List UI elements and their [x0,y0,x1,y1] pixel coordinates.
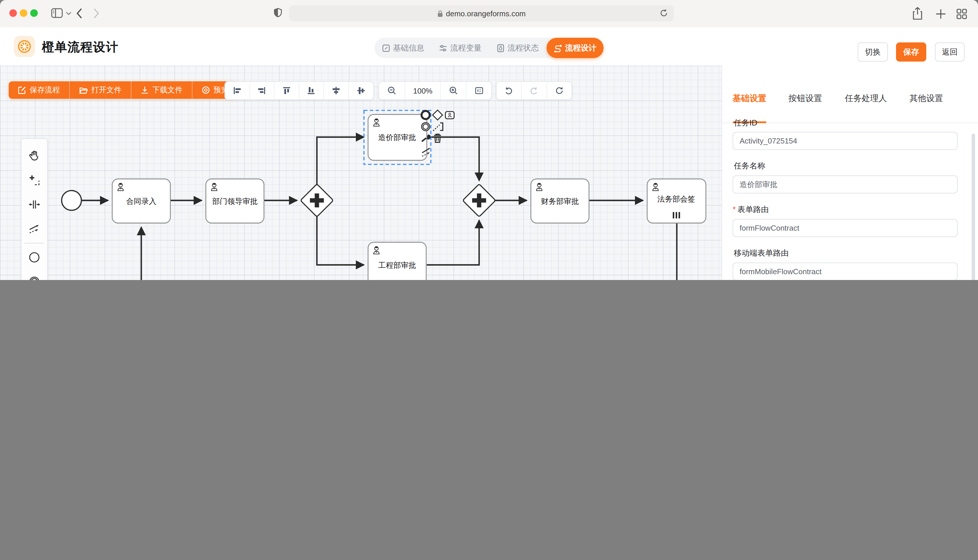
bpmn-diagram: 合同录入 部门领导审批 造价部审批 工程部审批 财务部审批 法务部会签 [0,66,722,280]
panel-tab-other-settings[interactable]: 其他设置 [909,93,943,104]
chevron-down-icon[interactable] [66,12,72,16]
panel-tab-basic-settings[interactable]: 基础设置 [732,93,766,104]
back-icon[interactable] [75,8,83,19]
parallel-gateway-join[interactable] [463,184,495,217]
form-route-label: *表单路由 [732,205,769,215]
zoom-window-button[interactable] [30,9,38,17]
tab-overview-icon[interactable] [956,8,968,20]
header-tab-group: 基础信息 流程变量 流程状态 流程设计 [374,38,604,58]
task-node-engineering-approve[interactable]: 工程部审批 [368,242,426,280]
bpmn-canvas[interactable]: 保存流程 打开文件 下载文件 预览 [0,66,722,280]
switch-button[interactable]: 切换 [858,42,888,62]
orange-logo-icon [17,39,32,54]
pad-text-annotation[interactable] [433,123,443,131]
pad-delete[interactable] [434,134,441,142]
share-icon[interactable] [912,7,923,21]
tab-basic-info[interactable]: 基础信息 [374,38,432,58]
close-window-button[interactable] [9,9,17,17]
parallel-gateway-split[interactable] [300,184,333,217]
tab-flow-status[interactable]: 流程状态 [489,38,546,58]
svg-text:法务部会签: 法务部会签 [657,195,695,203]
pad-user-task[interactable] [445,112,454,119]
lock-icon [437,10,443,17]
address-bar[interactable]: demo.orangeforms.com [289,5,674,22]
svg-text:财务部审批: 财务部审批 [541,197,579,206]
task-node-legal-countersign[interactable]: 法务部会签 [647,179,706,223]
task-name-label: 任务名称 [734,161,765,172]
panel-tab-task-handler[interactable]: 任务处理人 [845,93,887,104]
screen: demo.orangeforms.com 橙单流程设计 基础信息 流程变量 流程… [0,0,978,280]
minimize-window-button[interactable] [20,9,27,17]
properties-panel: 基础设置 按钮设置 任务处理人 其他设置 任务ID 任务名称 *表单路由 移动端… [722,66,978,280]
privacy-shield-icon[interactable] [273,8,283,19]
save-button[interactable]: 保存 [896,42,926,62]
mobile-form-route-label: 移动端表单路由 [734,248,789,258]
reload-icon[interactable] [659,8,669,18]
pad-intermediate-event[interactable] [421,123,430,131]
back-button[interactable]: 返回 [935,42,965,62]
required-asterisk: * [732,205,736,214]
sliders-icon [439,44,447,52]
pad-gateway[interactable] [433,110,443,120]
flow-icon [553,44,562,52]
page-title: 橙单流程设计 [42,39,119,55]
task-node-finance-approve[interactable]: 财务部审批 [531,179,589,223]
document-icon [497,44,505,52]
tab-flow-variables[interactable]: 流程变量 [432,38,489,58]
forward-icon[interactable] [93,8,100,19]
panel-scrollbar[interactable] [971,133,975,280]
app-header: 橙单流程设计 基础信息 流程变量 流程状态 流程设计 切换 保存 返回 [0,27,978,66]
form-icon [382,44,390,52]
svg-text:工程部审批: 工程部审批 [378,261,416,270]
svg-text:造价部审批: 造价部审批 [378,133,416,142]
new-tab-icon[interactable] [935,8,946,20]
task-node-dept-leader-approve[interactable]: 部门领导审批 [206,179,264,223]
task-node-contract-entry[interactable]: 合同录入 [112,179,171,223]
sidebar-icon[interactable] [51,8,64,19]
start-event-node[interactable] [62,190,81,210]
task-node-cost-dept-approve[interactable]: 造价部审批 [364,110,431,164]
pad-end-event[interactable] [421,111,430,119]
form-route-input[interactable] [732,219,958,237]
panel-tab-button-settings[interactable]: 按钮设置 [789,93,822,104]
task-id-input[interactable] [732,132,958,150]
url-text: demo.orangeforms.com [446,9,526,18]
browser-toolbar: demo.orangeforms.com [0,0,978,28]
task-name-input[interactable] [732,175,958,193]
svg-text:合同录入: 合同录入 [126,197,156,206]
mobile-form-route-input[interactable] [732,263,958,280]
svg-text:部门领导审批: 部门领导审批 [212,197,257,206]
task-id-label: 任务ID [734,118,757,128]
browser-window: demo.orangeforms.com 橙单流程设计 基础信息 流程变量 流程… [0,0,978,280]
multi-instance-marker [673,212,680,218]
tab-flow-design[interactable]: 流程设计 [546,38,604,58]
app-logo [14,36,35,57]
